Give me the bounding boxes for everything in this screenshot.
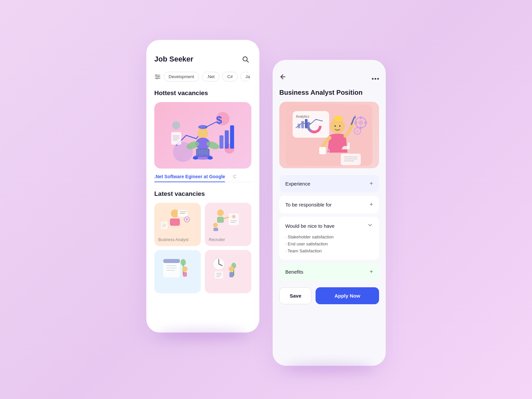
accordion-benefits[interactable]: Benefits +	[279, 263, 379, 281]
svg-point-87	[334, 125, 336, 127]
detail-hero-image: Analytics	[279, 102, 379, 168]
svg-text:Analytics: Analytics	[296, 115, 309, 118]
svg-rect-66	[229, 272, 233, 277]
expanded-header[interactable]: Would be nice to have	[285, 222, 373, 229]
vacancy-label-1: Business Analyst	[158, 237, 197, 242]
svg-rect-50	[213, 228, 218, 231]
svg-rect-97	[364, 122, 367, 124]
svg-point-73	[375, 78, 376, 80]
svg-point-57	[181, 259, 186, 266]
svg-text:$: $	[216, 114, 222, 126]
svg-rect-80	[298, 124, 300, 128]
vacancy-card-business-analyst[interactable]: Business Analyst	[154, 203, 201, 246]
action-row: Save Apply Now	[279, 287, 379, 304]
svg-point-48	[232, 215, 235, 218]
accordion-nicetohave-label: Would be nice to have	[285, 223, 334, 229]
vacancy-card-recruiter[interactable]: Recruiter	[205, 203, 251, 246]
svg-rect-42	[217, 217, 224, 223]
svg-point-5	[156, 74, 157, 75]
svg-rect-91	[319, 147, 326, 154]
svg-point-99	[356, 130, 359, 132]
svg-rect-94	[360, 116, 362, 119]
svg-point-36	[186, 218, 188, 220]
accordion-responsible-label: To be responsible for	[285, 202, 332, 207]
svg-rect-16	[171, 132, 181, 145]
svg-rect-15	[230, 125, 234, 149]
svg-point-58	[182, 266, 188, 272]
svg-point-72	[372, 78, 374, 80]
accordion-responsible[interactable]: To be responsible for +	[279, 196, 379, 213]
accordion-nicetohave-expanded: Would be nice to have · Stakeholder sati…	[279, 217, 379, 260]
filter-tag-dotnet[interactable]: .Net	[202, 72, 220, 81]
hot-vacancy-card[interactable]: $	[154, 102, 251, 169]
svg-rect-13	[219, 135, 223, 149]
accordion-responsible-icon: +	[369, 201, 373, 208]
accordion-experience[interactable]: Experience +	[279, 175, 379, 193]
nicetohave-item-2: · End user satisfaction	[285, 240, 373, 247]
phone-1-jobseeker: Job Seeker D	[146, 40, 259, 332]
vacancy-card-3[interactable]	[154, 250, 201, 293]
svg-point-65	[229, 266, 234, 272]
filter-tag-development[interactable]: Development	[164, 72, 199, 81]
svg-point-74	[377, 78, 379, 80]
svg-line-1	[247, 61, 248, 62]
svg-point-7	[157, 78, 158, 79]
svg-rect-14	[225, 130, 229, 149]
phone1-header: Job Seeker	[154, 53, 251, 65]
svg-rect-52	[163, 259, 180, 263]
svg-point-29	[207, 156, 213, 160]
svg-point-6	[158, 76, 159, 77]
phone-2-detail: Business Analyst Position Analytics	[273, 60, 386, 366]
accordion-experience-icon: +	[369, 180, 373, 187]
tab-other[interactable]: C	[233, 174, 236, 182]
svg-rect-31	[170, 218, 180, 226]
save-button[interactable]: Save	[279, 287, 312, 304]
vacancy-tabs: .Net Software Egineer at Google C	[154, 174, 251, 182]
svg-rect-81	[301, 121, 304, 128]
svg-point-93	[358, 120, 363, 125]
detail-header	[279, 73, 379, 82]
svg-point-49	[213, 223, 218, 227]
filter-settings-icon[interactable]	[154, 73, 161, 80]
nicetohave-item-1: · Stakeholder satisfaction	[285, 233, 373, 240]
vacancy-card-4[interactable]	[205, 250, 251, 293]
detail-page-title: Business Analyst Position	[279, 89, 379, 96]
search-button[interactable]	[239, 53, 251, 65]
filter-tag-csharp[interactable]: C#	[222, 72, 238, 81]
svg-rect-96	[354, 122, 357, 124]
app-title: Job Seeker	[154, 55, 193, 64]
svg-point-10	[172, 121, 180, 129]
svg-point-86	[338, 116, 343, 121]
filter-tags-row: Development .Net C# Ja	[154, 72, 251, 81]
accordion-benefits-label: Benefits	[285, 269, 303, 275]
accordion-nicetohave-chevron	[367, 222, 373, 229]
apply-now-button[interactable]: Apply Now	[316, 287, 379, 304]
accordion-experience-label: Experience	[285, 181, 310, 187]
svg-point-41	[217, 209, 224, 216]
svg-point-88	[339, 125, 340, 127]
hottest-section-title: Hottest vacancies	[154, 89, 251, 97]
svg-rect-100	[341, 154, 361, 165]
filter-tag-java[interactable]: Ja	[240, 72, 250, 81]
svg-rect-59	[183, 272, 187, 277]
svg-rect-82	[305, 119, 308, 128]
vacancies-grid: Business Analyst	[154, 203, 251, 293]
latest-section-title: Latest vacancies	[154, 190, 251, 198]
more-options-button[interactable]	[372, 74, 379, 81]
tab-net-engineer[interactable]: .Net Software Egineer at Google	[154, 174, 225, 182]
accordion-benefits-icon: +	[369, 268, 373, 275]
svg-point-28	[193, 156, 198, 160]
nicetohave-item-3: · Team Satisfaction	[285, 247, 373, 254]
svg-point-21	[198, 125, 207, 129]
back-button[interactable]	[279, 73, 287, 82]
vacancy-label-2: Recruiter	[209, 237, 247, 242]
